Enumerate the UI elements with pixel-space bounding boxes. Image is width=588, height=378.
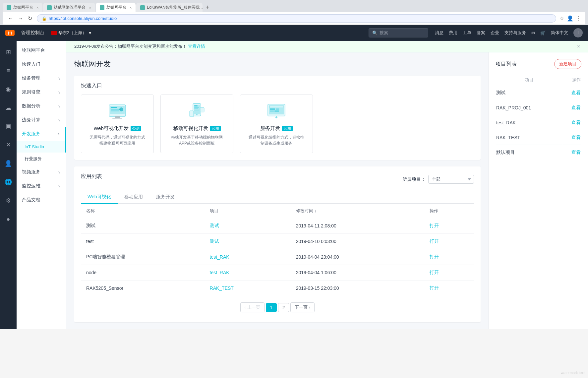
sidebar-sub-item-iot-studio[interactable]: IoT Studio [17, 141, 66, 153]
project-link-0[interactable]: 测试 [210, 223, 219, 228]
project-link-2[interactable]: test_RAK [210, 254, 229, 260]
project-view-link-4[interactable]: 查看 [571, 150, 581, 155]
page-button-2[interactable]: 2 [278, 303, 289, 312]
sidebar-item-devices[interactable]: 设备管理 ∨ [17, 71, 66, 85]
aliyun-logo: (-) [5, 30, 15, 36]
tab-close-1[interactable]: × [36, 6, 38, 10]
sidebar-icon-person[interactable]: 👤 [2, 158, 14, 169]
billing-link[interactable]: 费用 [449, 30, 457, 36]
sidebar-item-rules[interactable]: 规则引擎 ∨ [17, 85, 66, 99]
tab-favicon-3 [100, 5, 104, 10]
sidebar-icon-globe[interactable]: 🌐 [2, 176, 14, 188]
region-selector[interactable]: 华东2（上海） ▼ [51, 30, 92, 36]
sidebar-icon-settings[interactable]: ⚙ [2, 195, 14, 207]
project-view-link-3[interactable]: 查看 [571, 135, 581, 140]
sidebar-item-data-analysis[interactable]: 数据分析 ∨ [17, 99, 66, 113]
user-avatar[interactable]: I [573, 28, 583, 37]
sidebar-icon-rail: ⊞ ≡ ◉ ☁ ▣ ✕ 👤 🌐 ⚙ ● [0, 41, 17, 329]
new-project-button[interactable]: 新建项目 [554, 59, 581, 69]
open-link-2[interactable]: 打开 [430, 254, 439, 259]
sidebar-item-docs[interactable]: 产品文档 [17, 193, 66, 207]
sidebar-item-iot-platform[interactable]: 物联网平台 [17, 43, 66, 57]
quick-access-section: 快速入口 [74, 76, 481, 160]
cell-action-4: 打开 [424, 281, 474, 296]
table-row: node test_RAK 2019-04-04 1:06:00 打开 [81, 265, 474, 281]
cell-project-2: test_RAK [205, 249, 291, 265]
quick-card-service[interactable]: 服务开发 公测 通过可视化编排的方式，轻松控制设备或生成服务 [240, 94, 313, 153]
sidebar-sub-item-industry[interactable]: 行业服务 [17, 153, 66, 165]
project-name-3: RAK_TEST [496, 131, 562, 145]
email-icon[interactable]: ✉ [531, 31, 535, 35]
browser-tab-2[interactable]: 劫赋网络管理平台 × [43, 3, 95, 12]
quick-card-mobile[interactable]: 移动可视化开发 公测 拖拽开发基于移动端的物联网APP或设备控制面板 [160, 94, 233, 153]
more-icon[interactable]: ⋮ [576, 15, 581, 22]
tab-close-3[interactable]: × [130, 6, 132, 10]
open-link-3[interactable]: 打开 [430, 270, 439, 275]
announcement-close-button[interactable]: × [577, 43, 580, 49]
region-chevron-icon: ▼ [88, 31, 92, 35]
cart-icon[interactable]: 🛒 [540, 31, 546, 35]
support-link[interactable]: 支持与服务 [504, 30, 526, 36]
sidebar-sub-label-industry: 行业服务 [25, 156, 42, 161]
tab-close-2[interactable]: × [89, 6, 91, 10]
project-link-4[interactable]: RAK_TEST [210, 285, 234, 291]
back-button[interactable]: ← [7, 15, 15, 22]
sidebar-icon-menu[interactable]: ≡ [2, 65, 14, 77]
sidebar-icon-x[interactable]: ✕ [2, 139, 14, 151]
cell-action-1: 打开 [424, 234, 474, 249]
tab-service[interactable]: 服务开发 [149, 191, 181, 204]
forward-button[interactable]: → [17, 15, 25, 22]
browser-tab-3[interactable]: 劫赋网平台 × [96, 3, 136, 12]
tab-mobile[interactable]: 移动应用 [118, 191, 149, 204]
sidebar-icon-grid[interactable]: ⊞ [2, 46, 14, 58]
sidebar-item-quickstart[interactable]: 快速入门 [17, 57, 66, 71]
next-page-button[interactable]: 下一页 › [290, 302, 315, 312]
quick-access-title: 快速入口 [81, 82, 474, 89]
sidebar-icon-wifi[interactable]: ◉ [2, 83, 14, 95]
sidebar-item-video[interactable]: 视频服务 ∨ [17, 165, 66, 179]
quick-card-web[interactable]: Web可视化开发 公测 无需写代码，通过可视化的方式搭建物联网网页应用 [81, 94, 154, 153]
tab-web[interactable]: Web可视化 [81, 191, 118, 204]
sidebar-item-dev-service[interactable]: 开发服务 ∧ [17, 127, 66, 141]
open-link-4[interactable]: 打开 [430, 285, 439, 290]
sidebar-icon-circle[interactable]: ● [2, 213, 14, 225]
sidebar-item-monitor[interactable]: 监控运维 ∨ [17, 179, 66, 193]
top-navigation: (-) 管理控制台 华东2（上海） ▼ 🔍 搜索 消息 费用 工单 备案 企业 … [0, 25, 588, 41]
icp-link[interactable]: 备案 [477, 30, 485, 36]
global-search[interactable]: 🔍 搜索 [369, 28, 428, 37]
project-view-link-2[interactable]: 查看 [571, 120, 581, 125]
browser-tab-4[interactable]: LoKaWAN智能测所_服住买我... × [136, 3, 203, 12]
profile-icon[interactable]: 👤 [567, 15, 573, 22]
enterprise-link[interactable]: 企业 [491, 30, 499, 36]
new-tab-button[interactable]: + [203, 3, 212, 12]
open-link-0[interactable]: 打开 [430, 223, 439, 228]
project-view-link-0[interactable]: 查看 [571, 90, 581, 95]
project-filter-select[interactable]: 全部 测试 RAK_PROJ_001 test_RAK RAK_TEST 默认项… [428, 175, 474, 184]
svg-rect-12 [194, 108, 198, 109]
sidebar-item-label-devices: 设备管理 [22, 75, 40, 81]
sidebar-icon-device[interactable]: ▣ [2, 120, 14, 132]
chevron-down-icon-monitor: ∨ [58, 184, 61, 188]
sidebar-icon-cloud[interactable]: ☁ [2, 102, 14, 114]
announcement-link[interactable]: 查看详情 [188, 44, 205, 49]
svg-rect-23 [274, 110, 279, 112]
tickets-link[interactable]: 工单 [463, 30, 471, 36]
page-button-1[interactable]: 1 [266, 303, 277, 312]
sidebar-item-edge[interactable]: 边缘计算 ∨ [17, 113, 66, 127]
refresh-button[interactable]: ↻ [27, 15, 33, 22]
tab-label-2: 劫赋网络管理平台 [54, 5, 86, 10]
messages-link[interactable]: 消息 [435, 30, 443, 36]
project-view-link-1[interactable]: 查看 [571, 105, 581, 110]
app-list-title: 应用列表 [81, 173, 102, 180]
open-link-1[interactable]: 打开 [430, 238, 439, 244]
prev-page-button[interactable]: ‹ 上一页 [240, 302, 265, 312]
app-tabs: Web可视化 移动应用 服务开发 [81, 191, 474, 204]
language-selector[interactable]: 简体中文 [551, 30, 568, 36]
project-link-3[interactable]: test_RAK [210, 270, 229, 275]
project-action-2: 查看 [563, 116, 581, 130]
control-panel-label[interactable]: 管理控制台 [21, 30, 44, 36]
browser-tab-1[interactable]: 劫赋网平台 × [3, 3, 42, 12]
address-bar[interactable]: 🔒 https://iot.console.aliyun.com/studio [37, 14, 556, 23]
project-link-1[interactable]: 测试 [210, 238, 219, 244]
bookmark-icon[interactable]: ☆ [559, 15, 564, 22]
